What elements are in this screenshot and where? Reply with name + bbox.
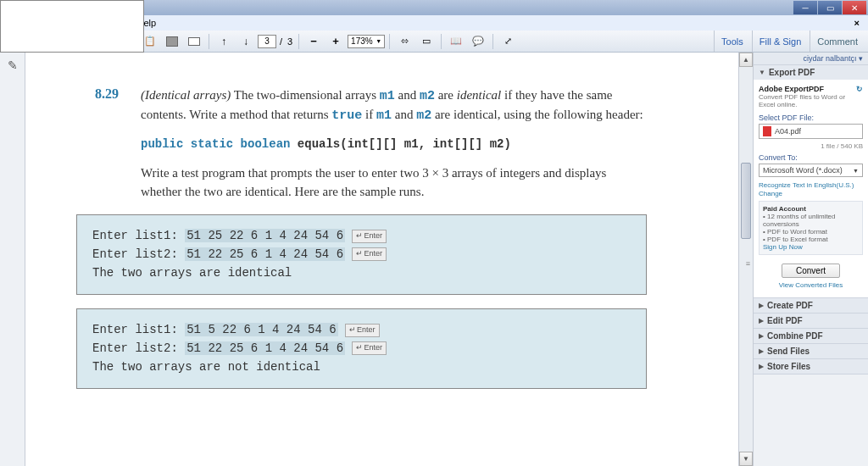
select-file-label: Select PDF File: [759,114,863,122]
clipboard-icon: 📋 [143,35,157,48]
pdf-page: 8.29 (Identical arrays) The two-dimensio… [25,53,738,466]
arrow-down-icon [239,35,253,48]
recognize-text: Recognize Text in English(U.S.) [759,181,854,189]
scroll-thumb[interactable] [741,163,751,239]
plus-icon [329,35,342,48]
comment-tool-button[interactable]: 💬 [468,33,488,50]
enter-key-icon: Enter [345,324,380,337]
document-viewport[interactable]: 8.29 (Identical arrays) The two-dimensio… [25,53,738,466]
sample-run-1: Enter list1: 51 25 22 6 1 4 24 54 6 Ente… [76,214,647,295]
signature-icon[interactable] [5,58,20,73]
method-header: public static boolean equals(int[][] m1,… [141,136,647,153]
right-sidebar: ciydar nalbantçı ▾ Export PDF Adobe Expo… [753,53,868,466]
zoom-out-button[interactable] [303,33,324,50]
vertical-scrollbar[interactable]: ▲ ≡ ▼ [738,53,753,466]
fit-width-icon: ⬄ [398,35,411,48]
print-button[interactable] [162,33,182,50]
refresh-icon[interactable]: ↻ [856,85,863,93]
change-link[interactable]: Change [759,190,782,197]
zoom-select[interactable]: 173%▼ [348,35,385,48]
arrow-up-icon [217,35,231,48]
page-number-input[interactable] [258,35,276,48]
scroll-down-button[interactable]: ▼ [739,452,753,466]
create-pdf-panel[interactable]: Create PDF [754,298,868,313]
thumbnails-icon[interactable] [0,0,144,53]
combine-pdf-panel[interactable]: Combine PDF [754,329,868,343]
tools-link[interactable]: Tools [714,31,750,52]
comment-link[interactable]: Comment [810,31,865,52]
export-brand: Adobe ExportPDF [759,85,824,93]
close-button[interactable]: ✕ [843,1,866,14]
mail-icon [188,37,200,46]
page-down-button[interactable] [236,33,256,50]
page-total: 3 [286,36,294,47]
left-nav-strip [0,53,25,466]
mail-button[interactable] [184,33,204,50]
fullscreen-button[interactable]: ⤢ [498,33,518,50]
exercise-number: 8.29 [76,86,119,201]
promo-box: Paid Account • 12 months of unlimited co… [759,201,863,255]
minimize-button[interactable]: ─ [793,1,817,14]
fit-width-button[interactable]: ⬄ [394,33,415,50]
convert-target-select[interactable]: Microsoft Word (*.docx)▼ [759,164,863,177]
user-account[interactable]: ciydar nalbantçı ▾ [754,53,868,65]
send-files-panel[interactable]: Send Files [754,344,868,358]
exercise-body: (Identical arrays) The two-dimensional a… [141,86,647,201]
selected-file[interactable]: A04.pdf [759,124,863,139]
book-icon: 📖 [449,35,463,48]
fill-sign-link[interactable]: Fill & Sign [752,31,809,52]
maximize-button[interactable]: ▭ [818,1,842,14]
page-sep: / [278,36,284,47]
edit-pdf-panel[interactable]: Edit PDF [754,313,868,328]
file-meta: 1 file / 540 KB [759,142,863,150]
signup-link[interactable]: Sign Up Now [763,243,859,251]
bubble-icon: 💬 [471,35,485,48]
enter-key-icon: Enter [352,341,387,355]
print-icon [166,36,178,47]
sample-run-2: Enter list1: 51 5 22 6 1 4 24 54 6 Enter… [76,308,647,389]
enter-key-icon: Enter [352,247,387,261]
export-panel-body: Adobe ExportPDF↻ Convert PDF files to Wo… [754,80,868,297]
page-up-button[interactable] [214,33,234,50]
read-mode-button[interactable]: 📖 [446,33,466,50]
export-pdf-panel-header[interactable]: Export PDF [754,65,868,80]
store-files-panel[interactable]: Store Files [754,359,868,374]
fit-page-icon: ▭ [420,35,433,48]
expand-icon: ⤢ [501,35,515,48]
enter-key-icon: Enter [352,230,387,243]
convert-to-label: Convert To: [759,153,863,162]
exercise-instruction: Write a test program that prompts the us… [141,164,647,202]
view-converted-link[interactable]: View Converted Files [759,281,863,289]
menu-close-doc[interactable]: × [849,18,865,28]
minus-icon [307,35,320,48]
zoom-in-button[interactable] [326,33,346,50]
scroll-up-button[interactable]: ▲ [739,53,753,67]
convert-button[interactable]: Convert [782,264,840,278]
fit-page-button[interactable]: ▭ [416,33,437,50]
pdf-file-icon [763,126,771,136]
